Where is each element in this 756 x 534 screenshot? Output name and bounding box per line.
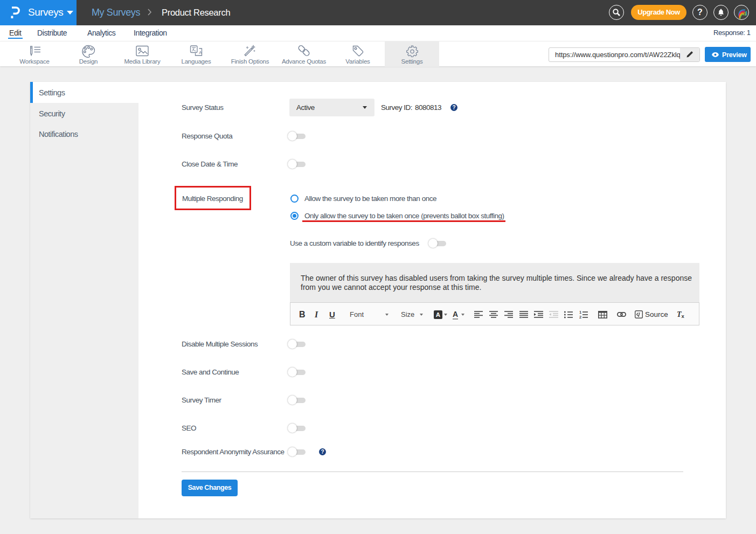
svg-text:1: 1 — [579, 311, 581, 315]
svg-text:A: A — [199, 50, 202, 55]
svg-text:2: 2 — [579, 315, 581, 318]
